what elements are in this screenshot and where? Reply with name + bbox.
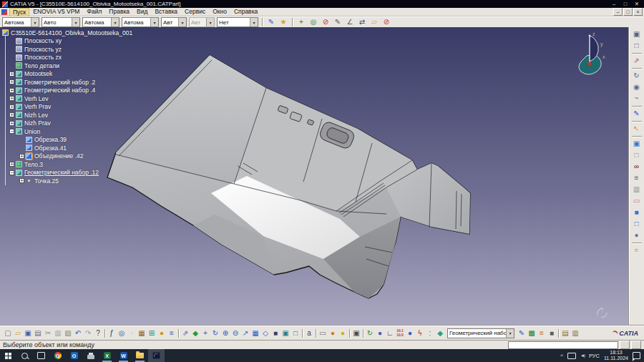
tree-item-union[interactable]: −Union [2, 127, 132, 136]
collapse-minus-icon[interactable]: − [9, 170, 14, 175]
menu-item-пуск[interactable]: Пуск [9, 8, 29, 16]
combo-1[interactable]: Автома▾ [2, 17, 39, 27]
normal-view-icon[interactable]: ↗ [240, 328, 250, 338]
tree-item-точка-25[interactable]: +Точка.25 [2, 177, 132, 185]
sketch-brush-icon[interactable]: ✎ [517, 328, 527, 338]
taskbar-word-button[interactable]: W [115, 349, 132, 362]
combo-6[interactable]: Авт▾ [189, 17, 215, 27]
swatch-icon[interactable]: ■ [547, 328, 557, 338]
tree-item-плоскость-yz[interactable]: Плоскость yz [2, 45, 132, 54]
formula-icon[interactable]: ƒ [107, 328, 117, 338]
rotate-icon[interactable]: ↻ [210, 328, 220, 338]
database-cylinder-icon[interactable]: ● [405, 328, 415, 338]
annotate-pen-icon[interactable]: ✎ [333, 17, 343, 27]
menu-item-вид[interactable]: Вид [133, 8, 151, 16]
taskbar-catia-button[interactable] [148, 349, 165, 362]
historical-graph-icon[interactable]: ⊞ [147, 328, 157, 338]
planes-visibility-icon[interactable]: ▱ [369, 17, 379, 27]
whats-this-icon[interactable]: ? [93, 328, 103, 338]
pocket-icon[interactable]: □ [632, 219, 642, 229]
pan-icon[interactable]: + [200, 328, 210, 338]
cut-icon[interactable]: ✂ [43, 328, 53, 338]
menu-item-вставка[interactable]: Вставка [151, 8, 181, 16]
print-icon[interactable]: ▤ [33, 328, 43, 338]
child-minimize-button[interactable]: – [613, 8, 623, 16]
display-icon[interactable] [567, 353, 576, 359]
preview-icon[interactable]: ◎ [117, 328, 127, 338]
tree-item-nizh-prav[interactable]: +Nizh Prav [2, 119, 132, 128]
menu-item-сервис[interactable]: Сервис [181, 8, 209, 16]
combo-4[interactable]: Автома▾ [122, 17, 159, 27]
taskbar-outlook-button[interactable]: O [66, 349, 82, 362]
close-button[interactable]: ✕ [631, 1, 643, 7]
catalog-icon[interactable]: ▤ [560, 328, 570, 338]
view-compass[interactable]: z y x [575, 30, 608, 77]
tree-item-motootsek[interactable]: +Motootsek [2, 70, 132, 79]
pad-icon[interactable]: ■ [632, 207, 642, 217]
expand-plus-icon[interactable]: + [9, 96, 14, 101]
paint-material-icon[interactable]: ● [338, 328, 348, 338]
overlay-dot-icon[interactable]: · [127, 328, 137, 338]
chevron-down-icon[interactable]: ▾ [178, 18, 186, 26]
3d-viewport[interactable]: C35510E-5614100_Obivka_Motootseka_001Пло… [0, 27, 628, 326]
view-frame-icon[interactable]: ▣ [632, 29, 642, 39]
clock[interactable]: 18:13 11.11.2024 [604, 350, 628, 362]
eraser-icon[interactable]: ▭ [632, 196, 642, 206]
workbench-combo[interactable]: Геометрический набор .1 ▾ [447, 328, 514, 338]
combo-3[interactable]: Автома▾ [82, 17, 119, 27]
specifications-icon[interactable]: ≡ [167, 328, 177, 338]
taskbar-chrome-button[interactable] [49, 349, 66, 362]
hidden-edges-view-icon[interactable]: ▣ [280, 328, 291, 338]
status-button-1[interactable] [620, 341, 630, 349]
chevron-down-icon[interactable]: ▾ [206, 18, 214, 26]
select-arrow-icon[interactable]: ↖ [632, 124, 642, 134]
update-refresh-icon[interactable]: ↻ [365, 328, 375, 338]
tree-item-тело-детали[interactable]: Тело детали [2, 62, 132, 70]
language-indicator[interactable]: РУС [589, 353, 600, 359]
taskbar-search-button[interactable] [16, 349, 33, 362]
manipulation-clock-icon[interactable]: ● [375, 328, 385, 338]
redo-icon[interactable]: ↷ [83, 328, 93, 338]
taskbar-task-view-button[interactable] [33, 349, 49, 362]
painter-splash-icon[interactable]: ★ [278, 17, 288, 27]
multi-view-icon[interactable]: ▦ [250, 328, 260, 338]
expand-plus-icon[interactable]: + [9, 104, 14, 109]
chevron-down-icon[interactable]: ▾ [31, 18, 39, 26]
tree-item-обрезка-39[interactable]: Обрезка.39 [2, 136, 132, 145]
snap-disable-icon[interactable]: ⊘ [381, 17, 391, 27]
tree-item-nizh-lev[interactable]: +Nizh Lev [2, 111, 132, 119]
measure-inertia-icon[interactable]: ● [328, 328, 338, 338]
render-capture-icon[interactable]: ▣ [351, 328, 361, 338]
maximize-button[interactable]: □ [620, 1, 631, 7]
clash-lightning-icon[interactable]: ϟ [415, 328, 425, 338]
snap-target-icon[interactable]: ◎ [308, 17, 318, 27]
menu-item-окно[interactable]: Окно [209, 8, 230, 16]
fly-mode-icon[interactable]: ⇗ [180, 328, 190, 338]
combo-2[interactable]: Авто▾ [42, 17, 80, 27]
sphere-icon[interactable]: ● [632, 230, 642, 240]
taskbar-printer-button[interactable] [82, 349, 99, 362]
tree-root[interactable]: C35510E-5614100_Obivka_Motootseka_001 [2, 29, 132, 37]
axis-system-icon[interactable]: ∟ [385, 328, 395, 338]
new-document-icon[interactable]: ▢ [3, 328, 13, 338]
tree-item-verh-lev[interactable]: +Verh Lev [2, 94, 132, 103]
tree-item-геометрический-набор-4[interactable]: +Геометрический набор .4 [2, 87, 132, 95]
combo-7[interactable]: Нет▾ [217, 17, 258, 27]
generative-map-icon[interactable]: ▩ [527, 328, 537, 338]
expand-plus-icon[interactable]: + [19, 178, 24, 183]
open-document-icon[interactable]: ▱ [13, 328, 23, 338]
expand-plus-icon[interactable]: + [9, 72, 14, 77]
zoom-in-icon[interactable]: ⊕ [220, 328, 230, 338]
zoom-out-icon[interactable]: ⊖ [230, 328, 240, 338]
menu-item-файл[interactable]: Файл [83, 8, 105, 16]
look-at-icon[interactable]: ◉ [632, 82, 642, 92]
measure-angle-icon[interactable]: ∠ [345, 17, 355, 27]
child-close-button[interactable]: × [633, 8, 643, 16]
expand-plus-icon[interactable]: + [9, 88, 14, 93]
wireframe-view-icon[interactable]: □ [291, 328, 301, 338]
surfaces-stack-icon[interactable]: ≈ [632, 245, 642, 255]
lock-icon[interactable]: ● [157, 328, 167, 338]
collapse-minus-icon[interactable]: − [9, 129, 14, 134]
paste-icon[interactable]: ▧ [63, 328, 73, 338]
menu-item-справка[interactable]: Справка [230, 8, 261, 16]
